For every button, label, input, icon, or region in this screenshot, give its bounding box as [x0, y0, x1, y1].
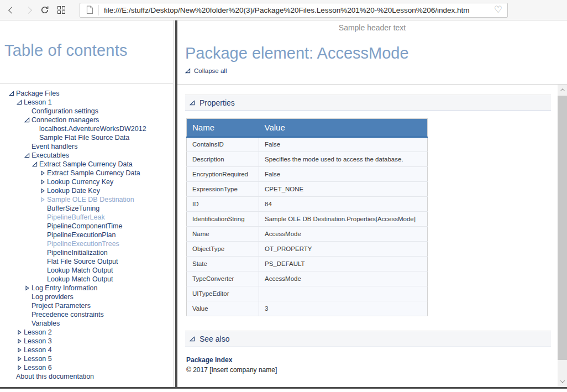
chevron-left-icon	[8, 7, 15, 14]
url-input[interactable]	[104, 6, 491, 14]
scroll-down-button[interactable]	[558, 376, 567, 387]
tree-item[interactable]: Package Files	[0, 89, 173, 98]
tiles-button[interactable]	[53, 2, 70, 18]
collapse-triangle-icon	[190, 100, 195, 106]
tree-item[interactable]: Lesson 2	[0, 328, 173, 337]
tree-item[interactable]: Lesson 1	[0, 98, 173, 107]
tree-item[interactable]: Sample OLE DB Destination	[0, 195, 173, 204]
expand-triangle-icon[interactable]	[40, 197, 47, 202]
collapse-triangle-icon[interactable]	[24, 153, 32, 158]
toc-title: Table of contents	[4, 41, 173, 60]
property-value-cell: False	[259, 167, 428, 182]
tree-item[interactable]: localhost.AdventureWorksDW2012	[0, 124, 173, 133]
vertical-scrollbar[interactable]	[558, 85, 567, 387]
tree-item[interactable]: Lookup Date Key	[0, 186, 173, 195]
tree-item[interactable]: Executables	[0, 151, 173, 160]
tree-item-label: Lesson 2	[24, 328, 52, 337]
address-bar[interactable]: ♡	[80, 3, 508, 18]
property-value-cell: Specifies the mode used to access the da…	[259, 152, 428, 167]
expand-triangle-icon[interactable]	[17, 356, 24, 362]
table-row: UITypeEditor	[187, 286, 428, 301]
table-row: EncryptionRequiredFalse	[187, 167, 428, 182]
copyright-text: © 2017 [Insert company name]	[186, 366, 551, 374]
browser-toolbar: ♡	[0, 0, 567, 20]
collapse-triangle-icon[interactable]	[24, 117, 32, 123]
tree-item-label: Log Entry Information	[32, 284, 98, 292]
tree-item[interactable]: Connection managers	[0, 116, 173, 124]
tree-item[interactable]: PipelineBufferLeak	[0, 213, 173, 222]
collapse-triangle-icon[interactable]	[17, 100, 24, 105]
collapse-triangle-icon[interactable]	[9, 91, 16, 96]
table-row: IdentificationStringSample OLE DB Destin…	[187, 212, 428, 227]
tree-item[interactable]: Variables	[0, 319, 173, 328]
tree-item[interactable]: Lesson 4	[0, 346, 173, 354]
package-index-link[interactable]: Package index	[186, 356, 551, 364]
tree-item[interactable]: Sample Flat File Source Data	[0, 133, 173, 142]
tree-item[interactable]: Lookup Match Output	[0, 275, 173, 284]
tree-item[interactable]: PipelineExecutionTrees	[0, 239, 173, 248]
expand-triangle-icon[interactable]	[40, 170, 47, 176]
properties-section-label: Properties	[200, 98, 235, 107]
tree-item[interactable]: Extract Sample Currency Data	[0, 160, 173, 169]
refresh-icon	[40, 6, 49, 14]
tree-item[interactable]: Log providers	[0, 292, 173, 301]
table-row: DescriptionSpecifies the mode used to ac…	[187, 152, 428, 167]
tree-item[interactable]: Extract Sample Currency Data	[0, 169, 173, 177]
frame-divider[interactable]	[174, 20, 177, 387]
table-column-header: Name	[187, 119, 259, 137]
property-value-cell: PS_DEFAULT	[259, 257, 428, 271]
tree-item[interactable]: About this documentation	[0, 372, 173, 381]
expand-triangle-icon[interactable]	[17, 338, 24, 344]
tree-item[interactable]: PipelineInitialization	[0, 248, 173, 257]
back-button[interactable]	[3, 2, 20, 18]
tree-item-label: Executables	[32, 151, 69, 160]
properties-section-header[interactable]: Properties	[185, 95, 551, 111]
collapse-triangle-icon	[190, 336, 195, 342]
toc-header: Table of contents	[0, 20, 173, 84]
expand-triangle-icon[interactable]	[17, 365, 24, 370]
tree-item-label: Connection managers	[32, 116, 99, 124]
tree-item[interactable]: Flat File Source Output	[0, 257, 173, 266]
property-name-cell: IdentificationString	[187, 212, 259, 227]
tree-item[interactable]: Lesson 5	[0, 354, 173, 363]
tree-item[interactable]: Configuration settings	[0, 107, 173, 116]
tree-item[interactable]: Lesson 3	[0, 337, 173, 346]
tree-item-label: localhost.AdventureWorksDW2012	[39, 124, 146, 133]
expand-triangle-icon[interactable]	[17, 347, 24, 353]
tree-item-label: Lookup Date Key	[47, 186, 100, 195]
scrollbar-thumb[interactable]	[558, 96, 567, 360]
table-row: NameAccessMode	[187, 227, 428, 242]
collapse-triangle-icon	[185, 68, 191, 74]
tree-item[interactable]: Event handlers	[0, 142, 173, 151]
collapse-triangle-icon[interactable]	[32, 161, 39, 167]
tree-item[interactable]: Project Parameters	[0, 301, 173, 310]
tree-item[interactable]: Lookup Currency Key	[0, 177, 173, 186]
expand-triangle-icon[interactable]	[40, 179, 47, 185]
tree-item[interactable]: PipelineExecutionPlan	[0, 231, 173, 239]
see-also-section-label: See also	[200, 334, 229, 343]
collapse-all-button[interactable]: Collapse all	[185, 67, 567, 74]
refresh-button[interactable]	[36, 2, 53, 18]
tree-item[interactable]: BufferSizeTuning	[0, 204, 173, 213]
heart-outline-icon[interactable]: ♡	[494, 5, 502, 14]
table-row: ObjectTypeOT_PROPERTY	[187, 242, 428, 257]
see-also-section-header[interactable]: See also	[185, 331, 551, 347]
tree-item-label: Precedence constraints	[32, 310, 104, 319]
expand-triangle-icon[interactable]	[17, 330, 24, 335]
tree-item[interactable]: PipelineComponentTime	[0, 222, 173, 231]
property-value-cell: AccessMode	[259, 271, 428, 286]
url-divider	[98, 5, 99, 15]
expand-triangle-icon[interactable]	[24, 285, 32, 291]
expand-triangle-icon[interactable]	[40, 188, 47, 194]
tree-item[interactable]: Lookup Match Output	[0, 266, 173, 275]
tree-item-label: Lesson 6	[24, 363, 52, 372]
scroll-up-button[interactable]	[558, 85, 567, 96]
tree-item[interactable]: Log Entry Information	[0, 284, 173, 292]
property-name-cell: UITypeEditor	[187, 286, 259, 301]
tree-item[interactable]: Precedence constraints	[0, 310, 173, 319]
sample-header-text: Sample header text	[177, 20, 567, 32]
tree-item[interactable]: Lesson 6	[0, 363, 173, 372]
property-value-cell: False	[259, 137, 428, 152]
forward-button[interactable]	[20, 2, 36, 18]
tree-item-label: Event handlers	[32, 142, 77, 151]
